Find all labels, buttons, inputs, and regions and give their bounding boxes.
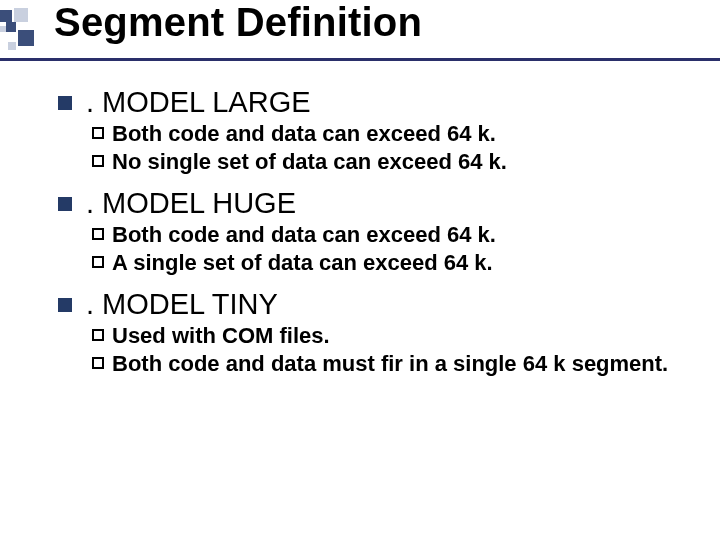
level1-text: . MODEL HUGE bbox=[86, 187, 296, 220]
hollow-square-bullet-icon bbox=[92, 155, 104, 167]
hollow-square-bullet-icon bbox=[92, 329, 104, 341]
title-area: Segment Definition bbox=[54, 0, 700, 45]
level2-text: No single set of data can exceed 64 k. bbox=[112, 149, 507, 175]
hollow-square-bullet-icon bbox=[92, 228, 104, 240]
level1-text: . MODEL TINY bbox=[86, 288, 278, 321]
slide-body: . MODEL LARGE Both code and data can exc… bbox=[58, 80, 690, 389]
bullet-level2: No single set of data can exceed 64 k. bbox=[92, 149, 690, 175]
slide-title: Segment Definition bbox=[54, 0, 700, 45]
level1-text: . MODEL LARGE bbox=[86, 86, 311, 119]
level2-text: Used with COM files. bbox=[112, 323, 330, 349]
bullet-level1: . MODEL LARGE bbox=[58, 86, 690, 119]
bullet-level2: Both code and data must fir in a single … bbox=[92, 351, 690, 377]
square-bullet-icon bbox=[58, 96, 72, 110]
level2-text: Both code and data can exceed 64 k. bbox=[112, 222, 496, 248]
bullet-level1: . MODEL TINY bbox=[58, 288, 690, 321]
corner-decoration bbox=[0, 8, 60, 58]
hollow-square-bullet-icon bbox=[92, 357, 104, 369]
bullet-level2: Used with COM files. bbox=[92, 323, 690, 349]
bullet-level2: Both code and data can exceed 64 k. bbox=[92, 222, 690, 248]
slide: Segment Definition . MODEL LARGE Both co… bbox=[0, 0, 720, 540]
title-underline bbox=[0, 58, 720, 61]
bullet-level2: Both code and data can exceed 64 k. bbox=[92, 121, 690, 147]
level2-text: Both code and data can exceed 64 k. bbox=[112, 121, 496, 147]
hollow-square-bullet-icon bbox=[92, 127, 104, 139]
level2-text: Both code and data must fir in a single … bbox=[112, 351, 668, 377]
bullet-level1: . MODEL HUGE bbox=[58, 187, 690, 220]
square-bullet-icon bbox=[58, 197, 72, 211]
level2-group: Used with COM files. Both code and data … bbox=[92, 323, 690, 377]
level2-group: Both code and data can exceed 64 k. A si… bbox=[92, 222, 690, 276]
bullet-level2: A single set of data can exceed 64 k. bbox=[92, 250, 690, 276]
square-bullet-icon bbox=[58, 298, 72, 312]
level2-group: Both code and data can exceed 64 k. No s… bbox=[92, 121, 690, 175]
level2-text: A single set of data can exceed 64 k. bbox=[112, 250, 493, 276]
hollow-square-bullet-icon bbox=[92, 256, 104, 268]
